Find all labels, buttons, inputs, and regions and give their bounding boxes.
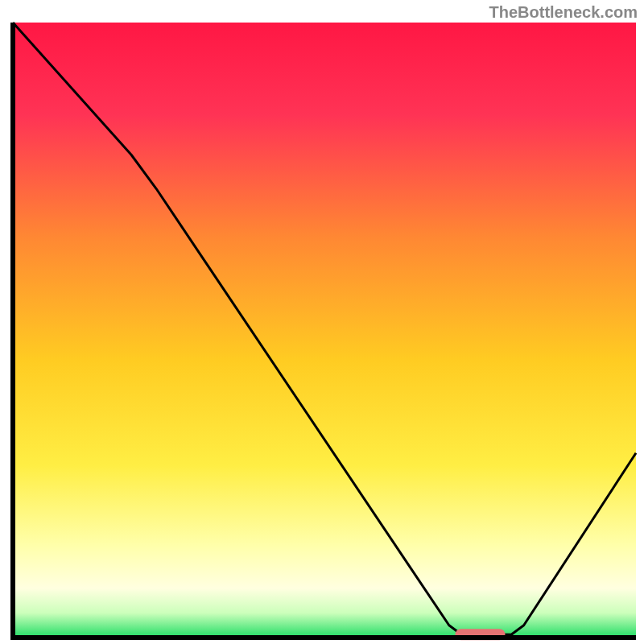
chart-svg xyxy=(0,0,644,644)
bottleneck-chart: TheBottleneck.com xyxy=(0,0,644,644)
watermark-text: TheBottleneck.com xyxy=(489,3,638,22)
chart-background xyxy=(13,23,636,638)
